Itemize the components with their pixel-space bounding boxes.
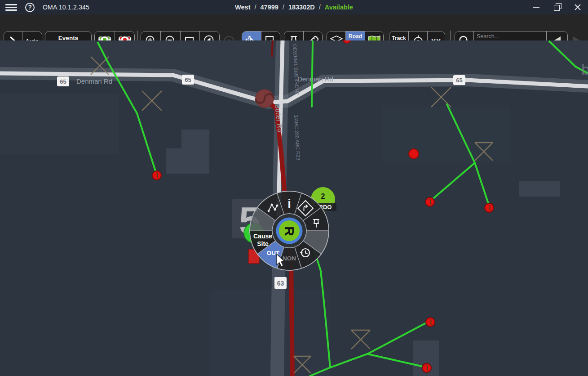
- svg-text:63: 63: [277, 280, 284, 287]
- rdo-count-badge: 2: [321, 192, 325, 200]
- fused-site-marker[interactable]: [426, 318, 435, 327]
- close-icon: [574, 4, 581, 11]
- route-shield-63: 63: [274, 277, 287, 289]
- status-region: West: [235, 4, 250, 11]
- restore-button[interactable]: [547, 0, 567, 14]
- oma-application-window: { "titlebar": { "app_title": "OMA 10.1.2…: [0, 0, 588, 376]
- minimize-icon: [533, 7, 539, 8]
- route-shield-65: 65: [453, 75, 465, 85]
- radial-label-cause: Cause: [253, 233, 272, 240]
- feeder-code-label: 3/ABC 280 ABC R23: [293, 114, 301, 160]
- status-site-number: 183302D: [288, 4, 315, 11]
- fused-site-marker[interactable]: [485, 203, 494, 212]
- radial-label-site: Site: [257, 240, 269, 247]
- route-shield-65: 65: [57, 76, 69, 86]
- search-input[interactable]: [474, 31, 547, 41]
- road-label: Denman Rd: [297, 75, 333, 83]
- svg-text:65: 65: [456, 77, 462, 84]
- availability-status: Available: [325, 4, 353, 11]
- fused-site-marker[interactable]: [425, 197, 434, 206]
- map-canvas[interactable]: Denman Rd Denman Rd Butler Rd OEWKM1.BKB…: [0, 40, 588, 376]
- status-separator: /: [254, 4, 256, 11]
- switch-symbol[interactable]: [256, 90, 274, 107]
- status-separator: /: [319, 4, 321, 11]
- status-separator: /: [283, 4, 284, 11]
- radial-label-non: NON: [283, 255, 296, 262]
- cut-off-label: b: [581, 61, 588, 78]
- fused-site-marker[interactable]: [422, 363, 431, 372]
- restore-icon: [554, 4, 560, 10]
- minimize-button[interactable]: [526, 0, 547, 14]
- status-breadcrumb: West / 47999 / 183302D / Available: [0, 0, 588, 14]
- radial-context-menu: i NON OUT Cause Site: [250, 191, 329, 270]
- toolbar: Auto Events 3: [0, 14, 588, 40]
- fused-site-marker[interactable]: [152, 171, 161, 180]
- route-shield-65: 65: [182, 75, 194, 85]
- road-label: Denman Rd: [76, 77, 112, 85]
- basemap-road-option[interactable]: Road: [346, 31, 364, 41]
- svg-text:65: 65: [60, 78, 66, 85]
- status-event-number: 47999: [261, 4, 279, 11]
- radial-menu-hub[interactable]: R: [272, 214, 306, 248]
- hub-letter: R: [282, 226, 297, 236]
- title-bar: ? OMA 10.1.2.345 West / 47999 / 183302D …: [0, 0, 588, 14]
- energized-lines[interactable]: [98, 41, 588, 376]
- info-icon: i: [287, 197, 291, 210]
- close-button[interactable]: [567, 0, 588, 14]
- svg-text:65: 65: [185, 76, 191, 83]
